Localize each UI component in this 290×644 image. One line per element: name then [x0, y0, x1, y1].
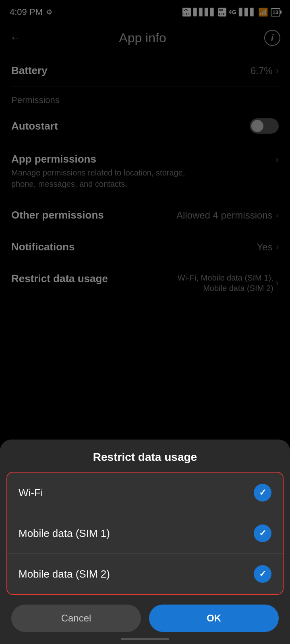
wifi-check-icon: ✓	[259, 487, 266, 498]
wifi-checkbox[interactable]: ✓	[254, 484, 271, 502]
sim1-option-row[interactable]: Mobile data (SIM 1) ✓	[7, 513, 283, 553]
restrict-options-list: Wi-Fi ✓ Mobile data (SIM 1) ✓ Mobile dat…	[6, 472, 284, 595]
sim1-check-icon: ✓	[259, 528, 266, 539]
sim2-checkbox[interactable]: ✓	[254, 565, 271, 583]
home-indicator	[121, 638, 169, 640]
bottom-sheet-title: Restrict data usage	[0, 440, 290, 472]
sim1-checkbox[interactable]: ✓	[254, 524, 271, 542]
cancel-button[interactable]: Cancel	[11, 605, 141, 632]
wifi-option-row[interactable]: Wi-Fi ✓	[7, 473, 283, 513]
bottom-sheet-buttons: Cancel OK	[0, 595, 290, 636]
wifi-option-label: Wi-Fi	[19, 487, 43, 499]
sim1-option-label: Mobile data (SIM 1)	[19, 527, 110, 540]
ok-button[interactable]: OK	[149, 605, 279, 632]
sim2-option-label: Mobile data (SIM 2)	[19, 568, 110, 580]
bottom-sheet: Restrict data usage Wi-Fi ✓ Mobile data …	[0, 440, 290, 644]
sim2-option-row[interactable]: Mobile data (SIM 2) ✓	[7, 553, 283, 594]
sim2-check-icon: ✓	[259, 569, 266, 579]
